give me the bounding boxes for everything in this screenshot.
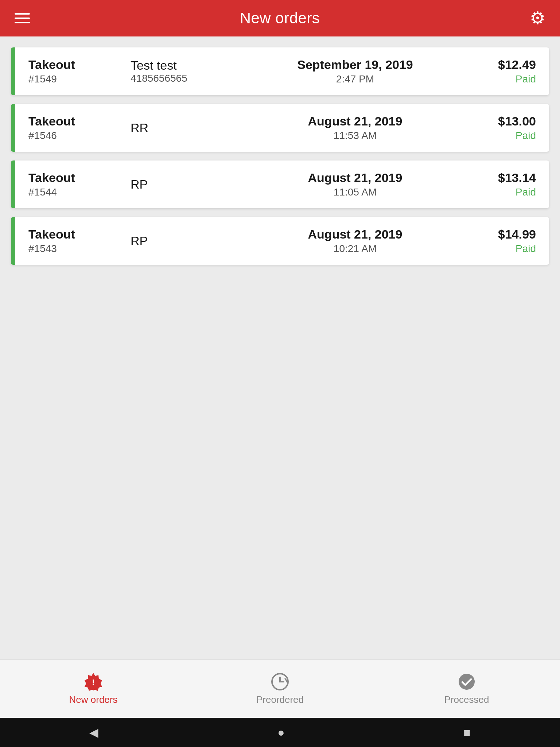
order-price-col: $12.49 Paid	[456, 58, 536, 85]
android-navigation-bar: ◀ ● ■	[0, 718, 560, 747]
order-status: Paid	[456, 243, 536, 255]
order-date: August 21, 2019	[254, 171, 456, 185]
order-amount: $12.49	[456, 58, 536, 72]
order-card-body: Takeout #1543 RP August 21, 2019 10:21 A…	[15, 217, 549, 265]
order-card-body: Takeout #1546 RR August 21, 2019 11:53 A…	[15, 104, 549, 152]
android-back-button[interactable]: ◀	[89, 725, 98, 739]
processed-icon	[457, 672, 476, 691]
tab-processed-label: Processed	[444, 694, 489, 705]
svg-text:!: !	[92, 678, 94, 687]
new-orders-icon: !	[84, 672, 103, 691]
order-amount: $13.14	[456, 171, 536, 185]
order-date-col: August 21, 2019 10:21 AM	[254, 227, 456, 255]
order-number: #1544	[28, 186, 131, 198]
bottom-navigation: ! New orders Preordered Processed	[0, 659, 560, 718]
tab-new-orders[interactable]: ! New orders	[0, 672, 187, 705]
android-recents-button[interactable]: ■	[463, 726, 470, 739]
order-name-col: RP	[131, 234, 254, 248]
order-status: Paid	[456, 130, 536, 142]
order-date-col: August 21, 2019 11:53 AM	[254, 114, 456, 142]
order-amount: $14.99	[456, 227, 536, 241]
order-time: 11:53 AM	[254, 130, 456, 142]
tab-preordered-label: Preordered	[256, 694, 304, 705]
order-price-col: $14.99 Paid	[456, 227, 536, 255]
order-card[interactable]: Takeout #1543 RP August 21, 2019 10:21 A…	[11, 217, 549, 265]
order-phone: 4185656565	[131, 73, 254, 84]
order-card-body: Takeout #1549 Test test 4185656565 Septe…	[15, 47, 549, 95]
order-type: Takeout	[28, 58, 131, 72]
order-price-col: $13.00 Paid	[456, 114, 536, 142]
tab-preordered[interactable]: Preordered	[187, 672, 373, 705]
svg-point-4	[459, 674, 475, 690]
order-status: Paid	[456, 186, 536, 198]
order-accent-bar	[11, 104, 15, 152]
order-number: #1546	[28, 130, 131, 142]
order-type: Takeout	[28, 171, 131, 185]
order-accent-bar	[11, 47, 15, 95]
order-number: #1549	[28, 73, 131, 85]
order-card[interactable]: Takeout #1546 RR August 21, 2019 11:53 A…	[11, 104, 549, 152]
order-date: August 21, 2019	[254, 227, 456, 241]
order-name-col: RR	[131, 121, 254, 135]
settings-button[interactable]: ⚙	[530, 9, 545, 27]
order-customer-name: RR	[131, 121, 254, 135]
order-type-col: Takeout #1544	[28, 171, 131, 198]
order-customer-name: RP	[131, 234, 254, 248]
order-date-col: September 19, 2019 2:47 PM	[254, 58, 456, 85]
order-accent-bar	[11, 160, 15, 208]
order-accent-bar	[11, 217, 15, 265]
order-customer-name: RP	[131, 177, 254, 191]
app-header: New orders ⚙	[0, 0, 560, 36]
order-type-col: Takeout #1546	[28, 114, 131, 142]
preordered-icon	[271, 672, 289, 691]
order-number: #1543	[28, 243, 131, 255]
order-date: September 19, 2019	[254, 58, 456, 72]
order-type-col: Takeout #1549	[28, 58, 131, 85]
order-time: 2:47 PM	[254, 73, 456, 85]
order-time: 10:21 AM	[254, 243, 456, 255]
order-name-col: Test test 4185656565	[131, 58, 254, 84]
page-title: New orders	[240, 9, 320, 27]
order-price-col: $13.14 Paid	[456, 171, 536, 198]
order-customer-name: Test test	[131, 58, 254, 73]
order-type: Takeout	[28, 227, 131, 241]
order-type-col: Takeout #1543	[28, 227, 131, 255]
tab-processed[interactable]: Processed	[373, 672, 560, 705]
order-card[interactable]: Takeout #1549 Test test 4185656565 Septe…	[11, 47, 549, 95]
order-time: 11:05 AM	[254, 186, 456, 198]
order-card-body: Takeout #1544 RP August 21, 2019 11:05 A…	[15, 160, 549, 208]
order-name-col: RP	[131, 177, 254, 191]
orders-list: Takeout #1549 Test test 4185656565 Septe…	[0, 36, 560, 659]
tab-new-orders-label: New orders	[69, 694, 118, 705]
android-home-button[interactable]: ●	[277, 726, 284, 739]
order-status: Paid	[456, 73, 536, 85]
order-date: August 21, 2019	[254, 114, 456, 128]
order-amount: $13.00	[456, 114, 536, 128]
order-type: Takeout	[28, 114, 131, 128]
order-date-col: August 21, 2019 11:05 AM	[254, 171, 456, 198]
order-card[interactable]: Takeout #1544 RP August 21, 2019 11:05 A…	[11, 160, 549, 208]
menu-button[interactable]	[15, 13, 30, 23]
